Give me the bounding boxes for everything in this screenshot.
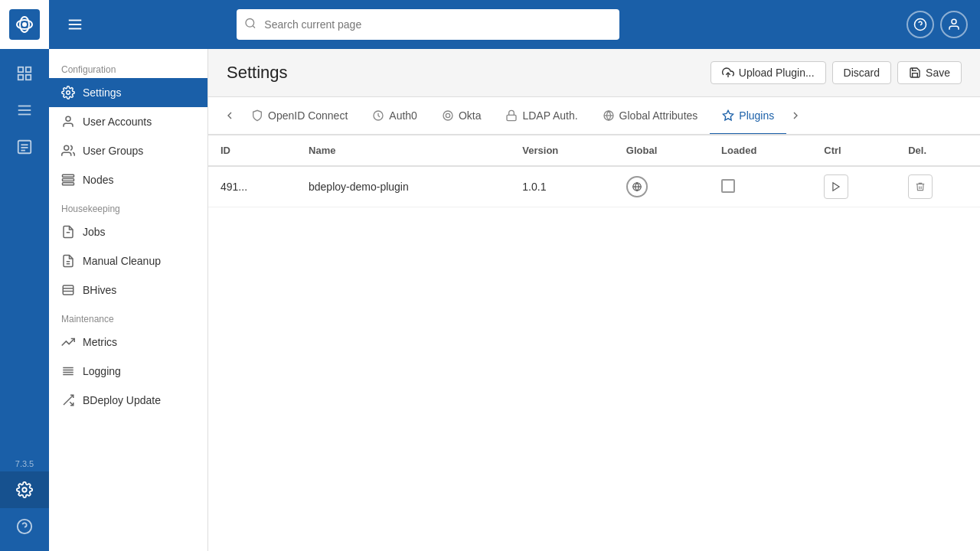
svg-rect-5 [26, 67, 31, 72]
settings-icon-btn[interactable] [0, 471, 49, 508]
search-input[interactable] [237, 9, 619, 40]
svg-point-26 [67, 91, 70, 95]
tab-openid-connect[interactable]: OpenID Connect [239, 98, 360, 135]
tab-plugins[interactable]: Plugins [710, 98, 786, 135]
svg-point-47 [446, 113, 449, 117]
cell-name: bdeploy-demo-plugin [296, 166, 510, 207]
col-loaded: Loaded [709, 135, 812, 166]
svg-rect-7 [26, 75, 31, 80]
icon-bar-bottom: 7.3.5 [0, 459, 49, 551]
table-row: 491... bdeploy-demo-plugin 1.0.1 [208, 166, 980, 207]
tabs-bar: OpenID Connect Auth0 Okta [208, 97, 980, 135]
sidebar-section-configuration: Configuration [49, 55, 207, 78]
table-area: ID Name Version Global Loaded Ctrl Del. … [208, 135, 980, 551]
delete-button[interactable] [908, 174, 933, 199]
tab-global-attributes[interactable]: Global Attributes [590, 98, 710, 135]
cell-id: 491... [208, 166, 296, 207]
panel-header: Settings Upload Plugin... Discard [208, 49, 980, 97]
content-area: Configuration Settings User Accounts [49, 49, 980, 551]
svg-point-3 [22, 22, 27, 27]
sidebar-item-metrics[interactable]: Metrics [49, 328, 207, 357]
sidebar-item-bdeploy-update[interactable]: BDeploy Update [49, 386, 207, 415]
save-button[interactable]: Save [897, 61, 962, 84]
svg-point-27 [66, 116, 70, 121]
tab-nav-prev[interactable] [220, 97, 239, 134]
sidebar-item-grid[interactable] [0, 55, 49, 92]
sidebar-item-list[interactable] [0, 92, 49, 129]
help-header-button[interactable] [906, 11, 934, 38]
cell-ctrl [812, 166, 896, 207]
col-ctrl: Ctrl [812, 135, 896, 166]
sidebar-item-logging[interactable]: Logging [49, 357, 207, 386]
sidebar-item-manual-cleanup[interactable]: Manual Cleanup [49, 246, 207, 276]
panel-actions: Upload Plugin... Discard Save [710, 61, 962, 84]
cell-loaded [709, 166, 812, 207]
svg-rect-30 [63, 179, 74, 181]
tab-nav-next[interactable] [786, 97, 805, 134]
svg-point-25 [952, 19, 956, 24]
plugins-table: ID Name Version Global Loaded Ctrl Del. … [208, 135, 980, 207]
sidebar-item-tasks[interactable] [0, 129, 49, 165]
sidebar-section-maintenance: Maintenance [49, 305, 207, 328]
cell-global [614, 166, 709, 207]
header-actions [906, 11, 968, 38]
svg-line-22 [253, 26, 255, 28]
icon-bar-nav [0, 49, 49, 459]
sidebar-item-user-groups[interactable]: User Groups [49, 136, 207, 165]
help-icon-btn[interactable] [0, 508, 49, 545]
svg-point-28 [64, 145, 69, 150]
top-header [49, 0, 980, 49]
sidebar-item-settings[interactable]: Settings [49, 78, 207, 107]
global-icon [626, 176, 648, 197]
svg-rect-35 [63, 285, 74, 295]
svg-marker-54 [833, 183, 839, 191]
hamburger-button[interactable] [61, 11, 89, 38]
user-header-button[interactable] [940, 11, 968, 38]
main-panel: Settings Upload Plugin... Discard [208, 49, 980, 551]
search-bar [237, 9, 619, 40]
loaded-checkbox[interactable] [721, 179, 735, 193]
col-del: Del. [896, 135, 980, 166]
svg-rect-48 [507, 115, 516, 120]
cell-del [896, 166, 980, 207]
tab-okta[interactable]: Okta [430, 98, 494, 135]
main-wrapper: Configuration Settings User Accounts [49, 0, 980, 551]
tab-ldap-auth[interactable]: LDAP Auth. [493, 98, 590, 135]
sidebar-item-bhives[interactable]: BHives [49, 276, 207, 305]
sidebar-item-nodes[interactable]: Nodes [49, 165, 207, 194]
svg-rect-29 [63, 174, 74, 177]
play-button[interactable] [824, 174, 848, 199]
page-title: Settings [227, 63, 288, 83]
version-label: 7.3.5 [15, 459, 34, 468]
upload-plugin-button[interactable]: Upload Plugin... [710, 61, 826, 84]
svg-rect-6 [18, 75, 23, 80]
tab-auth0[interactable]: Auth0 [360, 98, 430, 135]
svg-point-46 [443, 111, 452, 120]
app-logo [0, 0, 49, 49]
sidebar-section-housekeeping: Housekeeping [49, 194, 207, 217]
col-name: Name [296, 135, 510, 166]
sidebar: Configuration Settings User Accounts [49, 49, 208, 551]
icon-bar: 7.3.5 [0, 0, 49, 551]
svg-point-21 [246, 19, 254, 28]
discard-button[interactable]: Discard [832, 61, 891, 84]
svg-marker-51 [724, 110, 733, 120]
cell-version: 1.0.1 [510, 166, 614, 207]
col-version: Version [510, 135, 614, 166]
col-global: Global [614, 135, 709, 166]
svg-rect-4 [18, 67, 23, 72]
svg-rect-31 [63, 183, 74, 185]
sidebar-item-user-accounts[interactable]: User Accounts [49, 107, 207, 136]
col-id: ID [208, 135, 296, 166]
sidebar-item-jobs[interactable]: Jobs [49, 217, 207, 246]
svg-point-15 [22, 487, 27, 492]
search-icon [244, 18, 256, 32]
